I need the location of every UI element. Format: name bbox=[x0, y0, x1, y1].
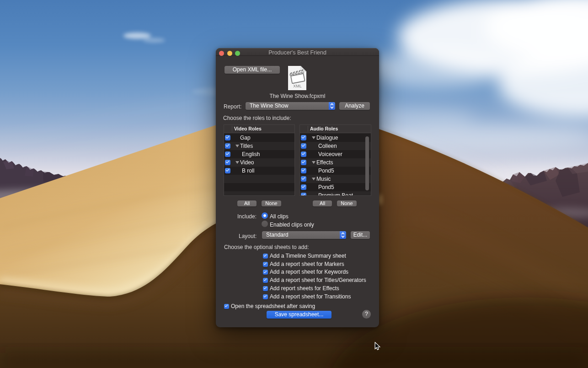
svg-text:XML: XML bbox=[293, 84, 302, 88]
